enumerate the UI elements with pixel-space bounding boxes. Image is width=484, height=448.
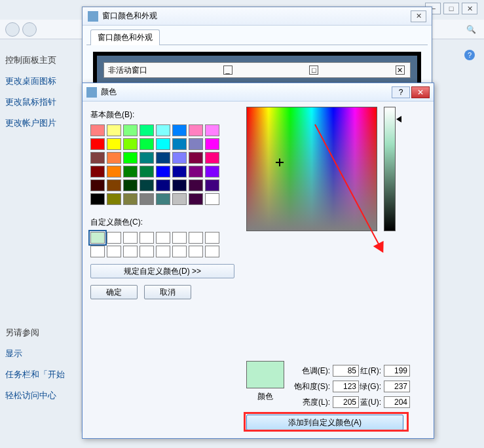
green-label: 绿(G): — [359, 381, 384, 392]
custom-color-swatch[interactable] — [107, 246, 121, 257]
basic-color-swatch[interactable] — [156, 179, 170, 191]
basic-color-swatch[interactable] — [172, 193, 187, 205]
parent-close-button[interactable]: ✕ — [462, 3, 477, 14]
basic-color-swatch[interactable] — [189, 124, 203, 136]
custom-color-swatch[interactable] — [189, 246, 203, 257]
ok-button[interactable]: 确定 — [90, 285, 138, 299]
dlg2-help-button[interactable]: ? — [392, 86, 410, 98]
basic-color-swatch[interactable] — [205, 138, 219, 150]
blue-label: 蓝(U): — [359, 397, 384, 408]
basic-color-swatch[interactable] — [156, 193, 170, 205]
basic-color-swatch[interactable] — [107, 166, 121, 177]
sidebar-link-desktop-icons[interactable]: 更改桌面图标 — [5, 75, 73, 87]
basic-color-swatch[interactable] — [90, 166, 105, 177]
forward-button[interactable] — [22, 22, 37, 37]
basic-color-swatch[interactable] — [123, 193, 138, 205]
custom-color-swatch[interactable] — [172, 232, 187, 244]
dlg2-close-button[interactable]: ✕ — [411, 86, 430, 98]
blue-input[interactable] — [384, 396, 410, 408]
basic-color-swatch[interactable] — [189, 179, 203, 191]
help-icon[interactable]: ? — [464, 50, 475, 60]
dlg1-close-button[interactable]: ✕ — [411, 10, 426, 22]
lum-input[interactable] — [333, 396, 359, 408]
custom-color-swatch[interactable] — [90, 232, 105, 244]
basic-color-swatch[interactable] — [189, 138, 203, 150]
basic-color-swatch[interactable] — [172, 152, 187, 164]
basic-color-swatch[interactable] — [189, 166, 203, 177]
search-icon[interactable]: 🔍 — [466, 25, 476, 34]
sidebar-link-taskbar[interactable]: 任务栏和「开始 — [5, 369, 73, 381]
basic-color-swatch[interactable] — [205, 179, 219, 191]
custom-color-swatch[interactable] — [123, 246, 138, 257]
hue-input[interactable] — [333, 365, 359, 377]
basic-color-swatch[interactable] — [90, 193, 105, 205]
sidebar-also-heading: 另请参阅 — [5, 327, 73, 339]
color-picker-titlebar[interactable]: 颜色 ? ✕ — [83, 83, 434, 102]
sidebar-heading: 控制面板主页 — [5, 54, 73, 66]
custom-color-swatch[interactable] — [172, 246, 187, 257]
custom-color-swatch[interactable] — [140, 246, 154, 257]
basic-color-swatch[interactable] — [90, 138, 105, 150]
basic-color-swatch[interactable] — [205, 193, 219, 205]
hue-label: 色调(E): — [292, 365, 333, 377]
basic-color-swatch[interactable] — [140, 179, 154, 191]
custom-color-swatch[interactable] — [205, 232, 219, 244]
basic-color-swatch[interactable] — [172, 138, 187, 150]
sidebar-link-ease-access[interactable]: 轻松访问中心 — [5, 390, 73, 401]
custom-color-swatch[interactable] — [123, 232, 138, 244]
back-button[interactable] — [5, 22, 20, 37]
basic-colors-grid — [90, 124, 240, 205]
red-input[interactable] — [384, 365, 410, 377]
basic-color-swatch[interactable] — [172, 166, 187, 177]
basic-color-swatch[interactable] — [140, 152, 154, 164]
basic-color-swatch[interactable] — [123, 138, 138, 150]
window-color-titlebar[interactable]: 窗口颜色和外观 ✕ — [83, 7, 432, 26]
custom-color-swatch[interactable] — [189, 232, 203, 244]
basic-color-swatch[interactable] — [140, 193, 154, 205]
basic-color-swatch[interactable] — [156, 138, 170, 150]
basic-color-swatch[interactable] — [107, 193, 121, 205]
custom-color-swatch[interactable] — [107, 232, 121, 244]
basic-color-swatch[interactable] — [140, 124, 154, 136]
sidebar-link-display[interactable]: 显示 — [5, 348, 73, 360]
basic-color-swatch[interactable] — [189, 193, 203, 205]
basic-color-swatch[interactable] — [90, 179, 105, 191]
basic-color-swatch[interactable] — [205, 152, 219, 164]
sidebar-link-account-picture[interactable]: 更改帐户图片 — [5, 117, 73, 129]
basic-color-swatch[interactable] — [123, 152, 138, 164]
basic-color-swatch[interactable] — [140, 166, 154, 177]
basic-color-swatch[interactable] — [205, 124, 219, 136]
basic-color-swatch[interactable] — [156, 166, 170, 177]
green-input[interactable] — [384, 381, 410, 392]
custom-color-swatch[interactable] — [140, 232, 154, 244]
basic-color-swatch[interactable] — [140, 138, 154, 150]
basic-color-swatch[interactable] — [156, 152, 170, 164]
basic-color-swatch[interactable] — [172, 179, 187, 191]
custom-color-swatch[interactable] — [90, 246, 105, 257]
basic-color-swatch[interactable] — [90, 124, 105, 136]
parent-max-button[interactable]: □ — [443, 3, 459, 14]
sidebar-link-mouse-pointer[interactable]: 更改鼠标指针 — [5, 96, 73, 108]
basic-color-swatch[interactable] — [123, 124, 138, 136]
hue-sat-field[interactable] — [246, 107, 377, 231]
cancel-button[interactable]: 取消 — [144, 285, 191, 299]
basic-color-swatch[interactable] — [123, 166, 138, 177]
custom-color-swatch[interactable] — [156, 232, 170, 244]
basic-color-swatch[interactable] — [107, 152, 121, 164]
basic-color-swatch[interactable] — [172, 124, 187, 136]
basic-color-swatch[interactable] — [156, 124, 170, 136]
basic-color-swatch[interactable] — [123, 179, 138, 191]
custom-color-swatch[interactable] — [205, 246, 219, 257]
basic-color-swatch[interactable] — [189, 152, 203, 164]
basic-color-swatch[interactable] — [107, 179, 121, 191]
custom-color-swatch[interactable] — [156, 246, 170, 257]
basic-color-swatch[interactable] — [90, 152, 105, 164]
define-custom-button[interactable]: 规定自定义颜色(D) >> — [90, 264, 234, 278]
tab-window-color[interactable]: 窗口颜色和外观 — [90, 29, 160, 45]
color-crosshair[interactable] — [276, 159, 284, 166]
luminance-slider[interactable] — [384, 107, 396, 231]
basic-color-swatch[interactable] — [205, 166, 219, 177]
sat-input[interactable] — [333, 381, 359, 392]
basic-color-swatch[interactable] — [107, 124, 121, 136]
basic-color-swatch[interactable] — [107, 138, 121, 150]
